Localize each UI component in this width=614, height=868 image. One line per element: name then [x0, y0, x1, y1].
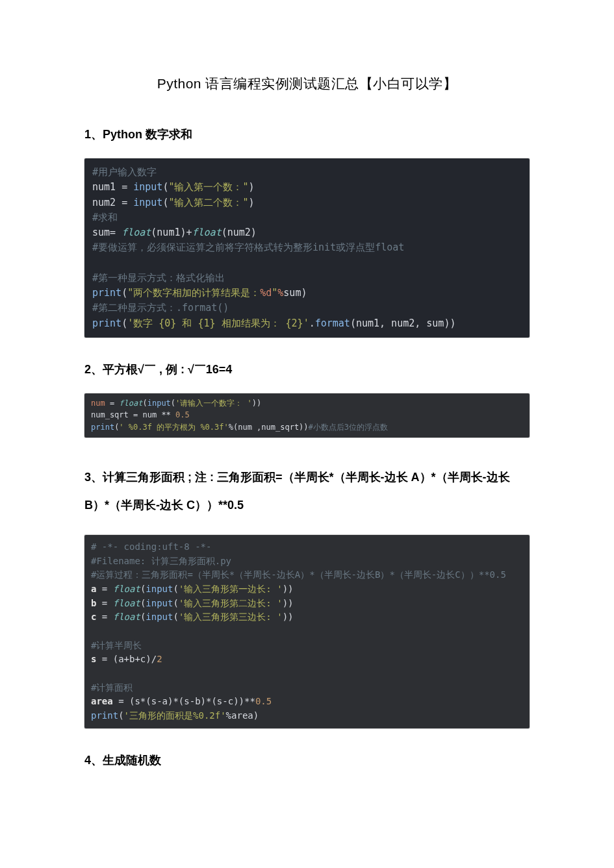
code1-l9g: sum — [283, 287, 301, 299]
code2-l2b: = num ** — [133, 410, 175, 419]
code3-l4f: ( — [173, 584, 178, 594]
code1-l11d: . — [309, 317, 315, 329]
code3-l5a: b — [91, 598, 102, 608]
code1-l11c: '数字 {0} 和 {1} 相加结果为： {2}' — [127, 317, 309, 329]
code2-l1g: '请输入一个数字： ' — [175, 399, 252, 408]
code3-l4e: input — [146, 584, 173, 594]
code2-l1h: )) — [252, 399, 261, 408]
code1-l5e: + — [186, 227, 192, 238]
code1-l3d: input — [133, 197, 162, 208]
code1-l2g: ) — [248, 181, 254, 193]
code3-l6a: c — [91, 612, 102, 622]
code3-l4b: = — [102, 584, 113, 594]
code2-l1c: float — [119, 399, 142, 408]
code1-l11f: (num1, num2, sum)) — [350, 317, 456, 329]
code1-l1: #用户输入数字 — [92, 166, 157, 178]
code3-l4a: a — [91, 584, 102, 594]
document-page: Python 语言编程实例测试题汇总【小白可以学】 1、Python 数字求和 … — [0, 0, 614, 868]
code2-l1d: ( — [142, 399, 147, 408]
code3-l12c: 0.5 — [255, 696, 272, 706]
code1-l9c: "两个数字相加的计算结果是： — [127, 287, 260, 299]
code3-l9a: s — [91, 654, 102, 664]
code1-l9f: % — [277, 287, 283, 299]
code1-l9a: print — [92, 287, 122, 299]
code1-l9e: " — [272, 287, 277, 299]
code1-l11e: format — [315, 317, 350, 329]
code1-l5g: (num2) — [222, 227, 257, 238]
code1-l5f: float — [192, 227, 222, 238]
code3-l5b: = — [102, 598, 113, 608]
code3-l2: #Filename: 计算三角形面积.py — [91, 556, 231, 566]
code3-l6g: '输入三角形第三边长: ' — [179, 612, 283, 622]
code3-l5h: )) — [283, 598, 294, 608]
code3-l5c: float — [113, 598, 140, 608]
code3-l4g: '输入三角形第一边长: ' — [179, 584, 283, 594]
code3-l8: #计算半周长 — [91, 640, 142, 651]
code2-l1a: num — [91, 399, 110, 408]
code2-l3a: print — [91, 423, 114, 432]
code3-l5f: ( — [173, 598, 178, 608]
section1-heading: 1、Python 数字求和 — [84, 129, 530, 140]
code3-l6b: = — [102, 612, 113, 622]
code3-l6f: ( — [173, 612, 178, 622]
code3-l13c: '三角形的面积是%0.2f' — [124, 710, 226, 721]
code3-l12b: = (s*(s-a)*(s-b)*(s-c))** — [118, 696, 255, 706]
code-block-1: #用户输入数字 num1 = input("输入第一个数：") num2 = i… — [84, 158, 530, 338]
page-title: Python 语言编程实例测试题汇总【小白可以学】 — [84, 75, 530, 93]
code3-l3: #运算过程：三角形面积=（半周长*（半周长-边长A）*（半周长-边长B）*（半周… — [91, 569, 506, 580]
code2-l1f: ( — [171, 399, 175, 408]
section3-heading: 3、计算三角形面积 ; 注 : 三角形面积=（半周长*（半周长-边长 A）*（半… — [84, 464, 530, 519]
code2-l2c: 0.5 — [175, 410, 190, 419]
code1-l5b: = — [110, 227, 122, 238]
code3-l4c: float — [113, 584, 140, 594]
code1-l5a: sum — [92, 227, 110, 238]
code1-l9b: ( — [122, 287, 127, 299]
code1-l4: #求和 — [92, 212, 118, 223]
code1-l3c — [127, 197, 133, 208]
code2-l3c: ' %0.3f 的平方根为 %0.3f' — [119, 423, 228, 432]
code3-l6h: )) — [283, 612, 294, 622]
code1-l11a: print — [92, 317, 122, 329]
code2-l1e: input — [147, 399, 171, 408]
code1-l3f: "输入第二个数：" — [168, 197, 248, 208]
code3-l13b: ( — [118, 710, 123, 721]
code1-l3g: ) — [248, 197, 254, 208]
code2-l2a: num_sqrt — [91, 410, 133, 419]
code3-l11: #计算面积 — [91, 682, 133, 693]
section4-heading: 4、生成随机数 — [84, 754, 530, 766]
code3-l5e: input — [146, 598, 173, 608]
code3-l5g: '输入三角形第二边长: ' — [179, 598, 283, 608]
code3-l6e: input — [146, 612, 173, 622]
code1-l9d: %d — [260, 287, 272, 299]
code1-l11b: ( — [122, 317, 127, 329]
code3-l4h: )) — [283, 584, 294, 594]
code1-l9h: ) — [301, 287, 307, 299]
code3-l6c: float — [113, 612, 140, 622]
code1-l5d: (num1) — [151, 227, 186, 238]
code1-l2f: "输入第一个数：" — [168, 181, 248, 193]
code3-l12a: area — [91, 696, 118, 706]
code3-l9c: 2 — [157, 654, 162, 664]
code1-l10: #第二种显示方式：.format() — [92, 302, 229, 314]
code1-l3a: num2 — [92, 197, 122, 208]
section2-heading: 2、平方根√￣ , 例 : √￣16=4 — [84, 364, 530, 375]
code1-l2a: num1 — [92, 181, 122, 193]
code-block-2: num = float(input('请输入一个数字： ')) num_sqrt… — [84, 393, 530, 438]
code1-l6: #要做运算，必须保证运算之前将字符格式转为整形init或浮点型float — [92, 242, 404, 253]
code3-l1: # -*- coding:uft-8 -*- — [91, 541, 211, 552]
code-block-3: # -*- coding:uft-8 -*- #Filename: 计算三角形面… — [84, 535, 530, 728]
code2-l3d: %(num ,num_sqrt)) — [229, 423, 309, 432]
code1-l8: #第一种显示方式：格式化输出 — [92, 272, 225, 284]
code2-l3e: #小数点后3位的浮点数 — [309, 423, 388, 432]
code1-l3b: = — [122, 197, 127, 208]
code3-l13a: print — [91, 710, 118, 721]
code2-l1b: = — [110, 399, 119, 408]
code1-l2d: input — [133, 181, 162, 193]
code3-l9b: = (a+b+c)/ — [102, 654, 157, 664]
code3-l13d: %area) — [226, 710, 259, 721]
code1-l5c: float — [122, 227, 151, 238]
code1-l2c — [127, 181, 133, 193]
code1-l2b: = — [122, 181, 127, 193]
